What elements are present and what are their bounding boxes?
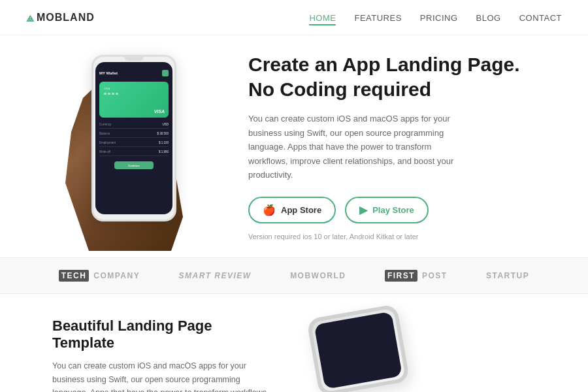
section2-title: Beautiful Landing Page Template <box>52 318 274 351</box>
phone-notch <box>124 57 144 61</box>
appstore-label: App Store <box>281 205 321 215</box>
row-currency-value: USD <box>162 123 169 126</box>
section2-phone-mockup <box>306 304 410 392</box>
card-label: VISA <box>104 87 164 90</box>
section2: Beautiful Landing Page Template You can … <box>0 294 588 392</box>
navbar: ⟁ MOBLAND HOME FEATURES PRICING BLOG CON… <box>0 0 588 35</box>
logo-text: MOBLAND <box>37 12 95 24</box>
version-text: Version required ios 10 or later, Androi… <box>248 233 562 240</box>
nav-pricing[interactable]: PRICING <box>420 13 458 23</box>
nav-links: HOME FEATURES PRICING BLOG CONTACT <box>309 12 562 23</box>
playstore-button[interactable]: ▶ Play Store <box>345 197 429 223</box>
row-writeoff-label: Write-off <box>99 150 110 154</box>
row-employment-value: $ 1.100 <box>159 141 169 144</box>
nav-blog[interactable]: BLOG <box>476 13 501 23</box>
brands-bar: TECH COMPANY SMART REVIEW MOBWORLD FIRST… <box>0 257 588 294</box>
card-brand: VISA <box>154 109 165 114</box>
brand-smart: SMART REVIEW <box>179 271 252 280</box>
playstore-label: Play Store <box>372 205 414 215</box>
row-balance: Balance $ 30.500 <box>99 132 169 138</box>
nav-contact[interactable]: CONTACT <box>519 13 562 23</box>
hero-description: You can create custom iOS and macOS apps… <box>248 112 457 182</box>
row-currency: Currency USD <box>99 123 169 129</box>
section2-phone <box>314 318 418 392</box>
row-currency-label: Currency <box>99 123 111 126</box>
hero-content: Create an App Landing Page. No Coding re… <box>235 52 562 240</box>
logo[interactable]: ⟁ MOBLAND <box>26 10 95 25</box>
phone-screen: MY Wallet VISA VISA <box>95 62 172 214</box>
brand-mobworld: MOBWORLD <box>290 271 346 280</box>
phone-mockup: MY Wallet VISA VISA <box>91 55 176 221</box>
section2-text: Beautiful Landing Page Template You can … <box>52 318 274 392</box>
card-visual: VISA VISA <box>99 82 169 118</box>
brand-tech: TECH COMPANY <box>59 271 140 280</box>
section2-description: You can create custom iOS and macOS apps… <box>52 359 274 392</box>
hero-section: MY Wallet VISA VISA <box>0 35 588 257</box>
appstore-button[interactable]: 🍎 App Store <box>248 197 336 223</box>
screen-btn-text: Continue <box>128 164 139 167</box>
screen-continue-btn: Continue <box>114 161 154 169</box>
screen-rows: Currency USD Balance $ 30.500 Employment… <box>99 123 169 156</box>
row-balance-value: $ 30.500 <box>157 132 169 135</box>
hero-title-line1: Create an App Landing Page. <box>248 54 520 75</box>
hero-phone-image: MY Wallet VISA VISA <box>52 48 222 244</box>
apple-icon: 🍎 <box>263 204 276 216</box>
row-employment-label: Employment <box>99 141 116 144</box>
card-dots <box>104 93 164 95</box>
play-icon: ▶ <box>359 204 367 216</box>
nav-features[interactable]: FEATURES <box>354 13 401 23</box>
brand-startup: STARTUP <box>486 271 529 280</box>
hero-title: Create an App Landing Page. No Coding re… <box>248 52 562 101</box>
row-writeoff-value: $ 1.950 <box>159 150 169 154</box>
logo-icon: ⟁ <box>26 10 34 25</box>
hero-buttons: 🍎 App Store ▶ Play Store <box>248 197 562 223</box>
brand-firstpost: FIRST POST <box>385 271 448 280</box>
screen-icon <box>162 70 169 76</box>
row-balance-label: Balance <box>99 132 110 135</box>
screen-title: MY Wallet <box>99 71 118 75</box>
hero-title-line2: No Coding required <box>248 78 431 100</box>
row-writeoff: Write-off $ 1.950 <box>99 150 169 156</box>
section2-phone-screen <box>314 311 402 389</box>
row-employment: Employment $ 1.100 <box>99 141 169 147</box>
nav-home[interactable]: HOME <box>309 13 336 25</box>
